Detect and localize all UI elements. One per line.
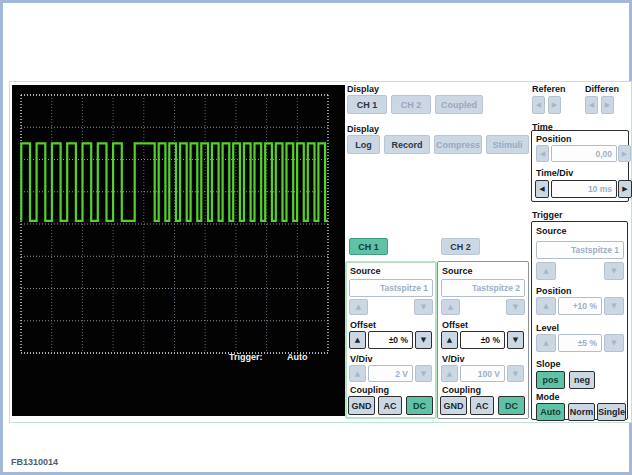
- arrow-right-icon: ▶: [605, 101, 610, 109]
- arrow-up-icon: ▲: [543, 267, 548, 275]
- timediv-value[interactable]: 10 ms: [551, 180, 617, 198]
- difference-prev-button[interactable]: ◀: [585, 96, 598, 114]
- arrow-down-icon: ▼: [513, 336, 518, 344]
- arrow-up-icon: ▲: [447, 370, 452, 378]
- ch2-offset-value[interactable]: ±0 %: [460, 331, 505, 349]
- trigger-position-value[interactable]: +10 %: [558, 297, 602, 315]
- ch1-source-label: Source: [350, 266, 381, 276]
- ch1-tab[interactable]: CH 1: [349, 238, 388, 255]
- ch2-tab[interactable]: CH 2: [441, 238, 480, 255]
- ch1-offset-value[interactable]: ±0 %: [368, 331, 413, 349]
- ch1-coupling-dc-button[interactable]: DC: [406, 396, 433, 415]
- arrow-up-icon: ▲: [355, 336, 360, 344]
- arrow-down-icon: ▼: [513, 370, 518, 378]
- mode-auto-button[interactable]: Auto: [536, 403, 565, 421]
- difference-label: Differen: [585, 84, 619, 94]
- arrow-down-icon: ▼: [513, 303, 518, 311]
- time-position-label: Position: [536, 134, 572, 144]
- arrow-down-icon: ▼: [611, 267, 616, 275]
- ch1-vdiv-value[interactable]: 2 V: [368, 365, 413, 382]
- ch1-vdiv-down-button[interactable]: ▼: [415, 365, 432, 382]
- ch2-offset-down-button[interactable]: ▼: [507, 331, 524, 349]
- display-ch1-button[interactable]: CH 1: [347, 95, 387, 114]
- display-record-button[interactable]: Record: [384, 135, 430, 154]
- content-frame: Trigger: Auto Display CH 1 CH 2 Coupled …: [9, 81, 632, 423]
- slope-pos-button[interactable]: pos: [536, 371, 565, 389]
- arrow-down-icon: ▼: [421, 303, 426, 311]
- ch2-coupling-ac-button[interactable]: AC: [470, 396, 494, 415]
- ch1-coupling-label: Coupling: [350, 385, 389, 395]
- ch2-vdiv-down-button[interactable]: ▼: [507, 365, 524, 382]
- trigger-level-down-button[interactable]: ▼: [604, 334, 624, 352]
- mode-single-button[interactable]: Single: [597, 403, 626, 421]
- ch2-panel: Source Tastspitze 2 ▲ ▼ Offset ▲ ±0 % ▼ …: [437, 261, 529, 419]
- trigger-level-up-button[interactable]: ▲: [536, 334, 556, 352]
- trigger-source-up-button[interactable]: ▲: [536, 262, 556, 280]
- display-stimuli-button[interactable]: Stimuli: [486, 135, 529, 154]
- scope-grid-and-trace: [12, 85, 345, 416]
- ch2-source-up-button[interactable]: ▲: [441, 299, 460, 315]
- ch2-source-down-button[interactable]: ▼: [506, 299, 525, 315]
- difference-next-button[interactable]: ▶: [601, 96, 614, 114]
- timediv-decrement-button[interactable]: ◀: [535, 180, 549, 198]
- ch1-source-up-button[interactable]: ▲: [349, 299, 368, 315]
- time-position-value[interactable]: 0,00: [551, 145, 617, 162]
- trigger-source-label: Source: [536, 226, 567, 236]
- arrow-up-icon: ▲: [543, 339, 548, 347]
- time-position-decrement-button[interactable]: ◀: [536, 145, 549, 162]
- ch1-coupling-ac-button[interactable]: AC: [378, 396, 402, 415]
- ch2-coupling-label: Coupling: [442, 385, 481, 395]
- timediv-increment-button[interactable]: ▶: [618, 180, 632, 198]
- trigger-slope-label: Slope: [536, 359, 561, 369]
- ch1-vdiv-up-button[interactable]: ▲: [349, 365, 366, 382]
- arrow-down-icon: ▼: [421, 336, 426, 344]
- trigger-source-value[interactable]: Tastspitze 1: [536, 241, 624, 259]
- ch2-vdiv-value[interactable]: 100 V: [460, 365, 505, 382]
- reference-next-button[interactable]: ▶: [548, 96, 561, 114]
- time-position-increment-button[interactable]: ▶: [618, 145, 631, 162]
- mode-norm-button[interactable]: Norm: [568, 403, 595, 421]
- display-compress-button[interactable]: Compress: [434, 135, 482, 154]
- display-log-button[interactable]: Log: [347, 135, 380, 154]
- ch2-offset-up-button[interactable]: ▲: [441, 331, 458, 349]
- app-window: Trigger: Auto Display CH 1 CH 2 Coupled …: [0, 0, 632, 475]
- arrow-down-icon: ▼: [611, 302, 616, 310]
- trigger-panel-label: Trigger: [532, 210, 563, 220]
- arrow-up-icon: ▲: [447, 336, 452, 344]
- display-modes-label: Display: [347, 124, 379, 134]
- arrow-up-icon: ▲: [356, 303, 361, 311]
- ch2-source-label: Source: [442, 266, 473, 276]
- display-coupled-button[interactable]: Coupled: [435, 95, 483, 114]
- trigger-position-down-button[interactable]: ▼: [604, 297, 624, 315]
- trigger-level-value[interactable]: ±5 %: [558, 334, 602, 352]
- ch2-vdiv-up-button[interactable]: ▲: [441, 365, 458, 382]
- arrow-left-icon: ◀: [589, 101, 594, 109]
- scope-display: Trigger: Auto: [12, 85, 345, 416]
- reference-prev-button[interactable]: ◀: [532, 96, 545, 114]
- ch1-vdiv-label: V/Div: [350, 354, 373, 364]
- ch1-offset-label: Offset: [350, 320, 376, 330]
- ch1-coupling-gnd-button[interactable]: GND: [348, 396, 375, 415]
- trigger-position-label: Position: [536, 286, 572, 296]
- trigger-status-label: Trigger:: [229, 352, 263, 362]
- arrow-left-icon: ◀: [539, 185, 544, 193]
- display-channels-label: Display: [347, 84, 379, 94]
- trigger-position-up-button[interactable]: ▲: [536, 297, 556, 315]
- device-id-label: FB1310014: [11, 457, 58, 467]
- ch1-offset-up-button[interactable]: ▲: [349, 331, 366, 349]
- time-panel: Position ◀ 0,00 ▶ Time/Div ◀ 10 ms ▶: [531, 130, 629, 202]
- ch2-source-value[interactable]: Tastspitze 2: [441, 279, 525, 297]
- trigger-level-label: Level: [536, 323, 559, 333]
- arrow-up-icon: ▲: [448, 303, 453, 311]
- slope-neg-button[interactable]: neg: [569, 371, 595, 389]
- trigger-source-down-button[interactable]: ▼: [604, 262, 624, 280]
- ch1-source-value[interactable]: Tastspitze 1: [349, 279, 433, 297]
- ch2-coupling-dc-button[interactable]: DC: [498, 396, 525, 415]
- ch1-source-down-button[interactable]: ▼: [414, 299, 433, 315]
- arrow-down-icon: ▼: [611, 339, 616, 347]
- arrow-up-icon: ▲: [355, 370, 360, 378]
- trigger-status-value: Auto: [287, 352, 308, 362]
- display-ch2-button[interactable]: CH 2: [391, 95, 431, 114]
- ch1-offset-down-button[interactable]: ▼: [415, 331, 432, 349]
- ch2-coupling-gnd-button[interactable]: GND: [440, 396, 467, 415]
